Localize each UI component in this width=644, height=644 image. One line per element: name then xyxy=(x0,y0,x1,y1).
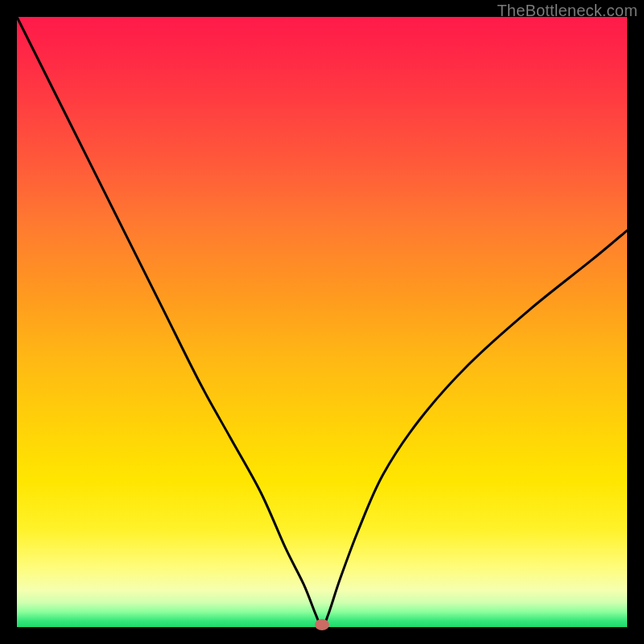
bottleneck-curve-path xyxy=(17,17,627,627)
chart-plot-area xyxy=(17,17,627,627)
min-point-marker xyxy=(315,619,329,630)
watermark-text: TheBottleneck.com xyxy=(497,2,638,20)
chart-svg xyxy=(17,17,627,627)
chart-frame: TheBottleneck.com xyxy=(0,0,644,644)
